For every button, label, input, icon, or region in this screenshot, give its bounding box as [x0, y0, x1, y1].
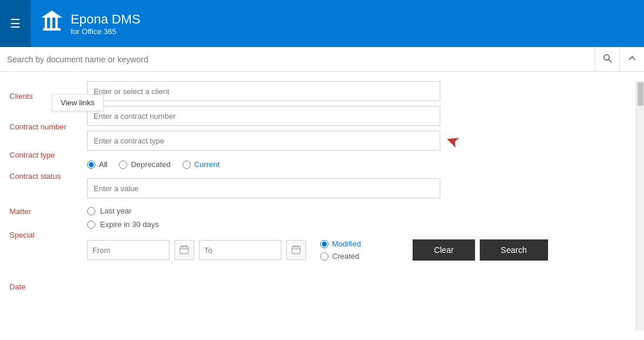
scroll-thumb[interactable] [638, 82, 643, 106]
special-row: Last year Expire in 30 days [87, 204, 626, 231]
search-action-button[interactable]: Search [480, 239, 548, 261]
radio-deprecated-option[interactable]: Deprecated [119, 160, 170, 169]
contract-number-row [87, 106, 626, 126]
date-row: Modified Created Clear Search [87, 239, 626, 261]
date-created-option[interactable]: Created [320, 252, 361, 261]
scrollbar[interactable] [636, 81, 644, 331]
svg-rect-1 [45, 18, 47, 28]
date-modified-input[interactable] [320, 240, 328, 248]
form-area: ➤ All Deprecated Current [82, 81, 636, 331]
date-from-calendar-button[interactable] [174, 240, 194, 260]
main-content: Clients Contract number Contract type Co… [0, 72, 644, 340]
calendar-to-icon [291, 245, 301, 256]
contract-status-row: All Deprecated Current [87, 155, 626, 174]
clients-row [87, 81, 626, 101]
chevron-up-icon [628, 54, 636, 65]
matter-input[interactable] [87, 178, 440, 198]
logo-area: Epona DMS for Office 365 [40, 9, 141, 38]
radio-all-input[interactable] [87, 161, 95, 169]
date-label: Date [9, 280, 75, 305]
radio-current-input[interactable] [182, 161, 191, 169]
search-icon [603, 54, 612, 65]
radio-current-option[interactable]: Current [182, 160, 220, 169]
collapse-button[interactable] [619, 47, 644, 72]
date-to-calendar-button[interactable] [286, 240, 306, 260]
matter-label: Matter [9, 201, 75, 221]
search-bar: View links [0, 47, 644, 72]
contract-status-label: Contract status [9, 169, 75, 199]
sidebar-labels: Clients Contract number Contract type Co… [0, 81, 82, 331]
special-last-year-option[interactable]: Last year [87, 206, 626, 215]
clients-input[interactable] [87, 81, 440, 101]
app-name: Epona DMS [71, 12, 141, 27]
date-from-input[interactable] [87, 240, 170, 260]
svg-rect-0 [43, 28, 61, 31]
date-modified-option[interactable]: Modified [320, 239, 361, 248]
view-links-tooltip: View links [52, 94, 104, 111]
date-type-radios: Modified Created [320, 239, 361, 261]
date-to-input[interactable] [199, 240, 281, 260]
svg-point-5 [604, 55, 609, 60]
svg-line-6 [609, 59, 612, 62]
contract-number-label: Contract number [9, 116, 75, 136]
matter-row [87, 178, 626, 198]
radio-all-option[interactable]: All [87, 160, 107, 169]
special-label: Special [9, 228, 75, 269]
action-buttons: Clear Search [413, 239, 548, 261]
app-sub: for Office 365 [71, 27, 141, 36]
app-header: ☰ Epona DMS for Office 365 [0, 0, 644, 47]
logo-icon [40, 9, 64, 38]
svg-rect-3 [55, 18, 58, 28]
radio-deprecated-input[interactable] [119, 161, 127, 169]
svg-marker-4 [41, 11, 62, 18]
search-button[interactable] [595, 47, 619, 72]
contract-type-input[interactable] [87, 131, 440, 151]
date-inputs: Modified Created Clear Search [87, 239, 626, 261]
contract-type-label: Contract type [9, 145, 75, 165]
special-expire-option[interactable]: Expire in 30 days [87, 220, 626, 229]
special-last-year-input[interactable] [87, 207, 95, 215]
special-expire-input[interactable] [87, 221, 95, 229]
clear-button[interactable]: Clear [413, 239, 474, 261]
svg-rect-11 [292, 246, 300, 254]
search-input[interactable] [0, 47, 595, 71]
hamburger-icon: ☰ [10, 16, 21, 31]
arrow-annotation: ➤ [443, 129, 463, 152]
contract-number-input[interactable] [87, 106, 440, 126]
svg-rect-7 [180, 246, 188, 254]
date-created-input[interactable] [320, 252, 328, 261]
svg-rect-2 [50, 18, 52, 28]
logo-text: Epona DMS for Office 365 [71, 12, 141, 36]
hamburger-button[interactable]: ☰ [0, 0, 31, 47]
contract-type-row: ➤ [87, 131, 626, 151]
calendar-from-icon [180, 245, 189, 256]
